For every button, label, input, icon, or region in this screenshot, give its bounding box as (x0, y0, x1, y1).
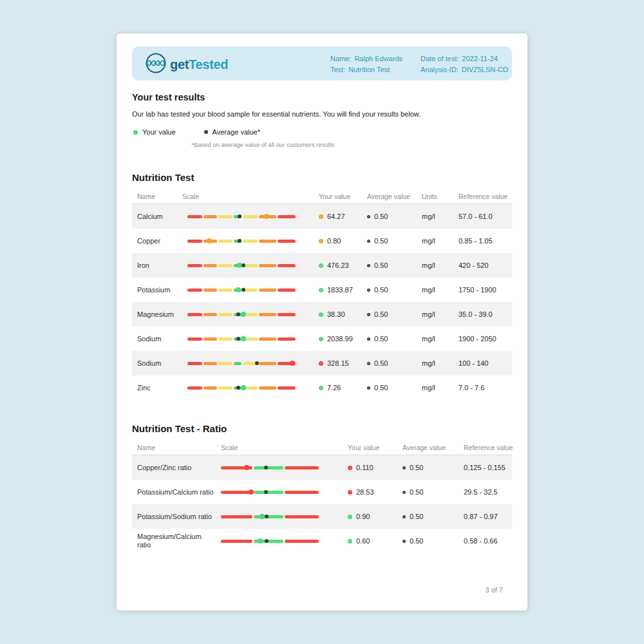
col-header-name: Name (132, 193, 177, 200)
value-text: 0.50 (374, 310, 388, 318)
average-value-marker (238, 214, 242, 218)
your-value-marker (241, 385, 246, 390)
scale-bar (221, 491, 319, 494)
average-value-ring-icon (367, 240, 370, 243)
scale-cell (216, 466, 343, 469)
value-text: 64.27 (327, 213, 345, 220)
value-text: 0.60 (356, 537, 370, 545)
your-value-marker (258, 538, 263, 544)
units-cell: mg/l (417, 237, 453, 245)
nutrition-table: Name Scale Your value Average value Unit… (132, 189, 512, 400)
average-value-marker (242, 263, 245, 267)
table-row: Magnesium/Calcium ratio0.600.500.58 - 0.… (132, 529, 512, 553)
average-value-marker (255, 361, 259, 365)
value-cell: 0.50 (362, 261, 417, 269)
value-text: 28.53 (356, 488, 374, 496)
scale-segment (254, 466, 283, 469)
your-value-ring-icon (319, 361, 323, 366)
units-cell: mg/l (417, 384, 453, 392)
average-value-marker (242, 288, 245, 292)
reference-cell: 57.0 - 61.0 (453, 213, 512, 220)
value-text: 1833.87 (327, 286, 353, 294)
scale-segment (259, 264, 276, 267)
reference-cell: 0.85 - 1.05 (453, 237, 512, 245)
average-value-marker (265, 515, 269, 518)
units-cell: mg/l (417, 310, 453, 318)
scale-segment (221, 491, 252, 494)
your-value-marker (241, 312, 246, 317)
scale-bar (187, 313, 296, 316)
average-value-ring-icon (402, 466, 406, 469)
scale-cell (177, 264, 314, 267)
value-cell: 0.50 (362, 213, 417, 220)
value-text: 0.90 (356, 513, 370, 520)
value-cell: 0.110 (343, 464, 397, 471)
scale-segment (204, 386, 216, 390)
value-cell: 0.50 (362, 384, 417, 392)
average-value-marker (236, 312, 240, 316)
your-value-ring-icon (319, 239, 323, 243)
scale-segment (218, 362, 232, 365)
reference-cell: 0.58 - 0.66 (459, 537, 512, 545)
table-row: Potassium/Calcium ratio28.530.5029.5 - 3… (132, 480, 512, 504)
average-value-ring-icon (204, 130, 208, 134)
your-value-ring-icon (319, 263, 323, 268)
scale-segment (218, 215, 232, 218)
scale-segment (259, 289, 276, 292)
scale-segment (187, 386, 202, 390)
scale-segment (285, 466, 319, 469)
scale-segment (218, 264, 232, 267)
scale-segment (221, 540, 252, 543)
average-value-ring-icon (367, 264, 370, 267)
average-value-marker (236, 337, 240, 341)
table-row: Sodium2038.990.50mg/l1900 - 2050 (132, 327, 512, 351)
reference-cell: 100 - 140 (453, 359, 512, 367)
scale-segment (254, 491, 283, 494)
nutrition-table-header: Name Scale Your value Average value Unit… (132, 189, 512, 204)
row-name: Sodium (132, 359, 177, 368)
value-cell: 0.50 (397, 464, 459, 471)
table-row: Copper0.800.50mg/l0.85 - 1.05 (132, 229, 512, 253)
legend: Your value Average value* (133, 128, 260, 136)
value-cell: 0.50 (362, 335, 417, 343)
row-name: Copper (132, 237, 177, 245)
table-row: Sodium328.150.50mg/l100 - 140 (132, 351, 512, 375)
legend-average-value: Average value* (204, 128, 260, 136)
value-cell: 0.50 (362, 286, 417, 294)
scale-segment (218, 313, 232, 316)
average-value-marker (238, 239, 242, 243)
nutrition-table-body: Calcium64.270.50mg/l57.0 - 61.0Copper0.8… (132, 204, 512, 400)
scale-segment (187, 264, 202, 267)
report-background: { "theme": { "page_bg": "#d9e9f0", "band… (0, 0, 644, 644)
average-value-ring-icon (402, 491, 406, 494)
your-value-ring-icon (319, 214, 323, 219)
value-cell: 0.50 (362, 359, 417, 367)
value-cell: 38.30 (314, 310, 362, 318)
units-cell: mg/l (417, 359, 453, 367)
average-value-marker (264, 466, 268, 469)
scale-bar (187, 240, 296, 243)
average-value-marker (264, 490, 268, 494)
report-header-band: getTested Name:Ralph Edwards Test:Nutrit… (132, 46, 512, 80)
your-value-marker (236, 287, 241, 292)
value-cell: 0.50 (397, 537, 459, 545)
scale-segment (187, 362, 202, 365)
scale-cell (177, 386, 314, 390)
ratio-table-header: Name Scale Your value Average value Refe… (132, 440, 512, 455)
gettested-logo: getTested (145, 52, 228, 77)
reference-cell: 0.125 - 0.155 (459, 464, 512, 471)
reference-cell: 1750 - 1900 (453, 286, 512, 294)
ratio-table-body: Copper/Zinc ratio0.1100.500.125 - 0.155P… (132, 455, 512, 553)
legend-your-value: Your value (133, 128, 176, 136)
row-name: Magnesium (132, 310, 177, 319)
scale-bar (221, 540, 319, 543)
value-cell: 7.26 (314, 384, 362, 392)
your-value-marker (260, 514, 265, 519)
row-name: Zinc (132, 384, 177, 392)
average-value-ring-icon (367, 362, 370, 365)
value-text: 476.23 (327, 261, 349, 269)
value-text: 0.50 (374, 384, 388, 392)
test-name-row: Test:Nutrition Test (330, 64, 402, 75)
scale-cell (177, 289, 314, 292)
your-value-marker (207, 238, 212, 243)
